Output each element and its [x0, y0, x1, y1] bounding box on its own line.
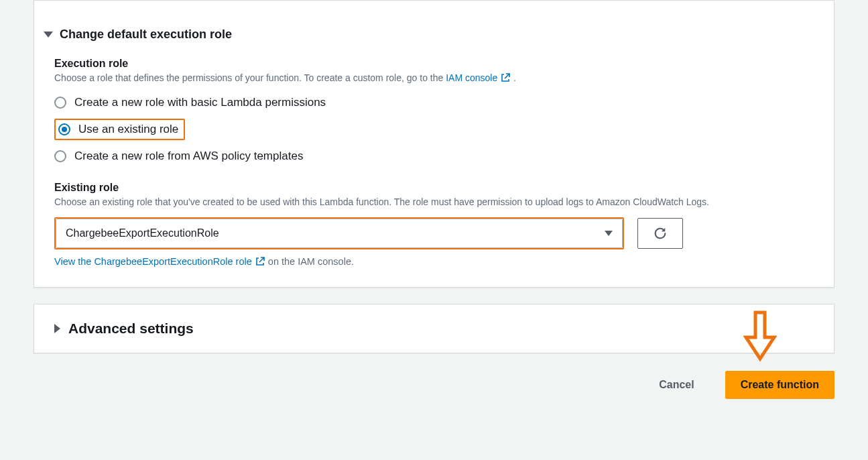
chevron-down-icon: [605, 231, 613, 236]
toggle-execution-role[interactable]: Change default execution role: [34, 19, 834, 52]
radio-label: Use an existing role: [78, 123, 178, 136]
execution-role-radio-group: Create a new role with basic Lambda perm…: [54, 93, 814, 166]
footer-actions: Cancel Create function: [34, 371, 834, 399]
radio-label: Create a new role with basic Lambda perm…: [74, 96, 326, 109]
toggle-advanced-settings[interactable]: Advanced settings: [34, 304, 834, 353]
refresh-roles-button[interactable]: [637, 218, 683, 249]
existing-role-selected-value: ChargebeeExportExecutionRole: [66, 227, 219, 239]
iam-console-link[interactable]: IAM console: [446, 72, 513, 83]
refresh-icon: [653, 226, 668, 241]
existing-role-select[interactable]: ChargebeeExportExecutionRole: [56, 219, 623, 248]
radio-create-basic[interactable]: Create a new role with basic Lambda perm…: [54, 93, 326, 112]
view-role-line: View the ChargebeeExportExecutionRole ro…: [54, 256, 814, 267]
execution-role-heading: Change default execution role: [60, 27, 232, 42]
radio-icon: [58, 123, 70, 135]
radio-use-existing[interactable]: Use an existing role: [54, 119, 185, 140]
execution-role-title: Execution role: [54, 58, 814, 70]
radio-icon: [54, 150, 66, 162]
execution-role-panel: Change default execution role Execution …: [34, 0, 834, 288]
radio-icon: [54, 97, 66, 109]
existing-role-select-highlight: ChargebeeExportExecutionRole: [54, 217, 624, 249]
cancel-button[interactable]: Cancel: [644, 371, 708, 399]
create-function-button[interactable]: Create function: [725, 371, 834, 399]
view-role-link[interactable]: View the ChargebeeExportExecutionRole ro…: [54, 256, 268, 267]
chevron-right-icon: [54, 324, 60, 333]
radio-create-templates[interactable]: Create a new role from AWS policy templa…: [54, 147, 303, 166]
external-link-icon: [500, 72, 511, 83]
advanced-settings-heading: Advanced settings: [68, 321, 194, 337]
execution-role-help: Choose a role that defines the permissio…: [54, 71, 814, 85]
existing-role-title: Existing role: [54, 182, 814, 194]
external-link-icon: [255, 256, 265, 267]
advanced-settings-panel: Advanced settings: [34, 304, 834, 353]
chevron-down-icon: [44, 32, 53, 38]
radio-label: Create a new role from AWS policy templa…: [74, 150, 303, 163]
existing-role-help: Choose an existing role that you've crea…: [54, 195, 814, 209]
